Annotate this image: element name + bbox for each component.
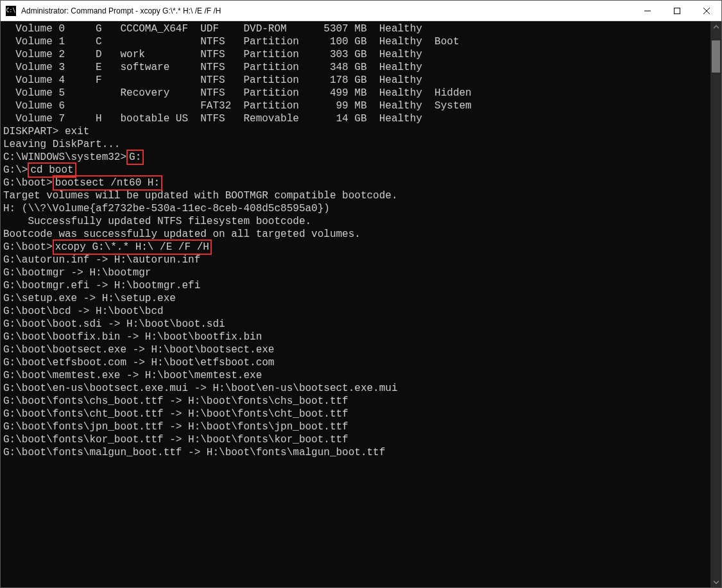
terminal-line: G:\boot>bootsect /nt60 H:	[3, 177, 708, 189]
terminal-line: Volume 6 FAT32 Partition 99 MB Healthy S…	[3, 99, 708, 112]
terminal-line: Volume 4 F NTFS Partition 178 GB Healthy	[3, 74, 708, 87]
terminal-line: G:\setup.exe -> H:\setup.exe	[3, 292, 708, 305]
titlebar[interactable]: C:\ Administrator: Command Prompt - xcop…	[1, 1, 721, 21]
terminal-line: G:\autorun.inf -> H:\autorun.inf	[3, 254, 708, 266]
terminal-line: G:\boot\fonts\malgun_boot.ttf -> H:\boot…	[3, 446, 708, 459]
terminal-line: Successfully updated NTFS filesystem boo…	[3, 215, 708, 228]
terminal-line: DISKPART> exit	[3, 125, 708, 138]
terminal-output[interactable]: Volume 0 G CCCOMA_X64F UDF DVD-ROM 5307 …	[1, 21, 710, 587]
terminal-line: Volume 5 Recovery NTFS Partition 499 MB …	[3, 87, 708, 99]
terminal-line: G:\boot\bcd -> H:\boot\bcd	[3, 305, 708, 318]
terminal-line: G:\>cd boot	[3, 164, 708, 177]
terminal-line: C:\WINDOWS\system32>G:	[3, 151, 708, 164]
scroll-thumb[interactable]	[712, 40, 720, 73]
terminal-line: Target volumes will be updated with BOOT…	[3, 189, 708, 202]
terminal-line: G:\boot\bootsect.exe -> H:\boot\bootsect…	[3, 343, 708, 356]
terminal-line: G:\boot\fonts\jpn_boot.ttf -> H:\boot\fo…	[3, 420, 708, 433]
terminal-line: G:\boot\fonts\chs_boot.ttf -> H:\boot\fo…	[3, 395, 708, 408]
terminal-line: Leaving DiskPart...	[3, 138, 708, 151]
terminal-line: G:\boot\en-us\bootsect.exe.mui -> H:\boo…	[3, 382, 708, 395]
terminal-line: G:\boot\bootfix.bin -> H:\boot\bootfix.b…	[3, 331, 708, 343]
vertical-scrollbar[interactable]	[710, 21, 721, 587]
scroll-up-icon[interactable]	[710, 21, 721, 32]
terminal-line: H: (\\?\Volume{af2732be-530a-11ec-8ceb-4…	[3, 202, 708, 215]
window-controls	[633, 1, 721, 21]
terminal-line: G:\boot>xcopy G:\*.* H:\ /E /F /H	[3, 241, 708, 254]
terminal-line: G:\boot\fonts\kor_boot.ttf -> H:\boot\fo…	[3, 433, 708, 446]
terminal-line: G:\boot\memtest.exe -> H:\boot\memtest.e…	[3, 369, 708, 382]
terminal-line: Volume 7 H bootable US NTFS Removable 14…	[3, 112, 708, 125]
terminal-line: Volume 0 G CCCOMA_X64F UDF DVD-ROM 5307 …	[3, 22, 708, 35]
terminal-line: Volume 2 D work NTFS Partition 303 GB He…	[3, 48, 708, 61]
terminal-line: Bootcode was successfully updated on all…	[3, 228, 708, 241]
terminal-line: Volume 3 E software NTFS Partition 348 G…	[3, 61, 708, 74]
svg-rect-0	[675, 8, 680, 13]
cmd-icon: C:\	[6, 6, 16, 16]
terminal-line: G:\boot\etfsboot.com -> H:\boot\etfsboot…	[3, 356, 708, 369]
terminal-line: G:\bootmgr -> H:\bootmgr	[3, 266, 708, 279]
minimize-button[interactable]	[633, 1, 662, 21]
scroll-down-icon[interactable]	[710, 576, 721, 587]
window-title: Administrator: Command Prompt - xcopy G:…	[21, 6, 633, 15]
terminal-line: G:\bootmgr.efi -> H:\bootmgr.efi	[3, 279, 708, 292]
highlight-xcopy: xcopy G:\*.* H:\ /E /F /H	[53, 239, 212, 255]
highlight-bootsect: bootsect /nt60 H:	[53, 175, 162, 191]
maximize-button[interactable]	[662, 1, 692, 21]
content-area: Volume 0 G CCCOMA_X64F UDF DVD-ROM 5307 …	[1, 21, 721, 587]
highlight-g: G:	[126, 150, 144, 165]
terminal-line: G:\boot\fonts\cht_boot.ttf -> H:\boot\fo…	[3, 408, 708, 420]
terminal-line: G:\boot\boot.sdi -> H:\boot\boot.sdi	[3, 318, 708, 331]
close-button[interactable]	[692, 1, 721, 21]
terminal-line: Volume 1 C NTFS Partition 100 GB Healthy…	[3, 35, 708, 48]
